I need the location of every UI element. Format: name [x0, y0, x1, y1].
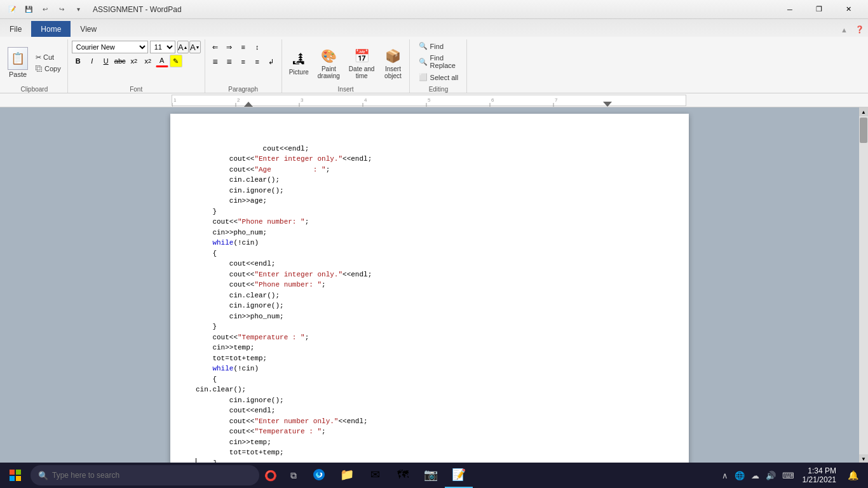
insert-label: Insert [338, 86, 354, 93]
main-area: cout<<endl; cout<<"Enter integer only."<… [0, 107, 868, 463]
find-icon: 🔍 [419, 42, 428, 50]
line-spacing-button[interactable]: ↕ [251, 41, 264, 53]
svg-marker-14 [244, 102, 253, 107]
search-input[interactable] [52, 471, 252, 480]
scroll-down-arrow[interactable]: ▼ [859, 454, 868, 463]
window-title: ASSIGNMENT - WordPad [93, 5, 182, 14]
font-size-select[interactable]: 11 [150, 41, 175, 53]
vertical-scrollbar[interactable]: ▲ ▼ [859, 107, 868, 463]
restore-button[interactable]: ❐ [804, 0, 834, 19]
font-name-select[interactable]: Courier New [72, 41, 148, 53]
underline-button[interactable]: U [100, 55, 112, 67]
align-left-button[interactable]: ≡ [209, 55, 222, 68]
taskbar-app-wordpad[interactable]: 📝 [445, 463, 473, 488]
font-color-button[interactable]: A [156, 55, 168, 67]
code-editor[interactable]: cout<<endl; cout<<"Enter integer only."<… [196, 133, 663, 463]
taskbar: 🔍 ⭕ ⧉ 📁 ✉ 🗺 📷 📝 ∧ 🌐 ☁ 🔊 ⌨ 1:34 PM 1/21/2… [0, 463, 868, 488]
svg-rect-17 [16, 470, 21, 475]
bold-button[interactable]: B [72, 55, 85, 67]
tab-home[interactable]: Home [31, 21, 71, 37]
highlight-button[interactable]: ✎ [170, 55, 182, 67]
copy-button[interactable]: ⿻ Copy [33, 64, 64, 74]
windows-icon [10, 470, 21, 481]
align-center-button[interactable]: ≡ [223, 55, 236, 68]
cortana-button[interactable]: ⭕ [259, 464, 282, 487]
notification-button[interactable]: 🔔 [843, 465, 863, 485]
paint-label: Paintdrawing [318, 65, 340, 79]
find-replace-button[interactable]: 🔍 FindReplace [415, 53, 459, 71]
find-button[interactable]: 🔍 Find [415, 41, 447, 51]
paste-icon: 📋 [8, 47, 28, 70]
tray-cloud[interactable]: ☁ [749, 471, 761, 480]
title-bar: 📝 💾 ↩ ↪ ▾ ASSIGNMENT - WordPad ─ ❐ ✕ [0, 0, 868, 19]
align-row: ≡ ≡ ≡ ≡ ↲ [209, 55, 278, 68]
align-right-button[interactable]: ≡ [237, 55, 250, 68]
tab-file[interactable]: File [0, 21, 31, 37]
strikethrough-button[interactable]: abc [114, 55, 126, 67]
font-row1: Courier New 11 A▲ A▼ [72, 41, 201, 53]
paint-drawing-button[interactable]: 🎨 Paintdrawing [315, 44, 343, 81]
editing-group: 🔍 Find 🔍 FindReplace ⬜ Select all Editin… [410, 39, 467, 93]
qat-save[interactable]: 💾 [22, 3, 36, 17]
clipboard-group-content: 📋 Paste ✂ Cut ⿻ Copy [5, 41, 64, 85]
help-button[interactable]: ❓ [851, 22, 868, 37]
increase-indent-button[interactable]: ⇒ [223, 41, 236, 53]
justify-button[interactable]: ≡ [251, 55, 264, 68]
bullets-button[interactable]: ≡ [237, 41, 250, 53]
svg-rect-19 [16, 476, 21, 481]
search-bar[interactable]: 🔍 [31, 465, 259, 485]
rtl-button[interactable]: ↲ [265, 55, 278, 68]
tray-speaker[interactable]: 🔊 [764, 471, 778, 480]
shrink-font-button[interactable]: A▼ [189, 41, 201, 53]
tab-view[interactable]: View [71, 21, 106, 37]
close-button[interactable]: ✕ [834, 0, 863, 19]
cut-icon: ✂ [36, 53, 41, 62]
cut-button[interactable]: ✂ Cut [33, 52, 64, 63]
taskbar-app-photos[interactable]: 📷 [417, 463, 445, 488]
svg-text:5: 5 [428, 97, 431, 103]
window-controls: ─ ❐ ✕ [775, 0, 863, 19]
taskbar-app-maps[interactable]: 🗺 [389, 463, 417, 488]
taskbar-app-edge[interactable] [305, 463, 333, 488]
paste-button[interactable]: 📋 Paste [5, 46, 31, 79]
clock-date: 1/21/2021 [803, 475, 836, 484]
taskbar-app-file-explorer[interactable]: 📁 [333, 463, 361, 488]
paste-label: Paste [9, 71, 27, 78]
para-group-content: ⇐ ⇒ ≡ ↕ ≡ ≡ ≡ ≡ ↲ [209, 41, 278, 85]
qat-redo[interactable]: ↪ [55, 3, 69, 17]
task-view-button[interactable]: ⧉ [282, 464, 305, 487]
insert-object-button[interactable]: 📦 Insertobject [380, 44, 405, 81]
clock[interactable]: 1:34 PM 1/21/2021 [799, 466, 840, 484]
date-time-button[interactable]: 📅 Date andtime [346, 44, 378, 81]
svg-text:6: 6 [491, 97, 494, 103]
title-bar-left: 📝 💾 ↩ ↪ ▾ ASSIGNMENT - WordPad [5, 3, 182, 17]
taskbar-app-mail[interactable]: ✉ [361, 463, 389, 488]
ribbon-collapse[interactable]: ▲ [837, 23, 851, 37]
search-icon: 🔍 [38, 471, 48, 480]
minimize-button[interactable]: ─ [775, 0, 804, 19]
clipboard-label: Clipboard [20, 86, 48, 93]
document-area[interactable]: cout<<endl; cout<<"Enter integer only."<… [0, 107, 859, 463]
start-button[interactable] [3, 463, 28, 488]
tray-keyboard[interactable]: ⌨ [780, 471, 796, 480]
scroll-up-arrow[interactable]: ▲ [859, 107, 868, 116]
italic-button[interactable]: I [86, 55, 98, 67]
app-icon[interactable]: 📝 [5, 3, 19, 17]
qat-customize[interactable]: ▾ [71, 3, 85, 17]
svg-text:4: 4 [364, 97, 367, 103]
select-all-button[interactable]: ⬜ Select all [415, 72, 463, 83]
tray-up-arrow[interactable]: ∧ [720, 471, 730, 480]
ribbon-content: 📋 Paste ✂ Cut ⿻ Copy Clipboard [0, 37, 868, 93]
decrease-indent-button[interactable]: ⇐ [209, 41, 222, 53]
svg-rect-18 [10, 476, 15, 481]
tray-network[interactable]: 🌐 [733, 471, 747, 480]
scroll-thumb[interactable] [860, 118, 867, 143]
date-icon: 📅 [352, 46, 371, 65]
grow-font-button[interactable]: A▲ [177, 41, 189, 53]
subscript-button[interactable]: x2 [128, 55, 140, 67]
clipboard-group: 📋 Paste ✂ Cut ⿻ Copy Clipboard [1, 39, 68, 93]
object-label: Insertobject [384, 65, 402, 79]
qat-undo[interactable]: ↩ [38, 3, 52, 17]
superscript-button[interactable]: x2 [142, 55, 154, 67]
picture-button[interactable]: 🏞 Picture [286, 48, 312, 78]
